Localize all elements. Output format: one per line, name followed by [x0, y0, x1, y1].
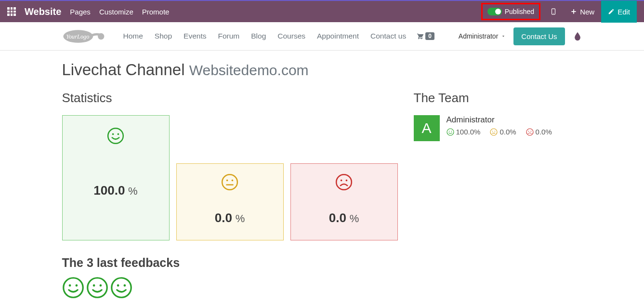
member-avatar: A [414, 115, 440, 141]
topbar-item-promote[interactable]: Promote [142, 8, 170, 16]
svg-point-17 [418, 38, 419, 39]
left-column: Statistics 100.0 % 0.0 % 0.0 % The 3 las… [62, 91, 399, 299]
admin-label: Administrator [459, 32, 498, 40]
page-title: Livechat Channel Websitedemo.com [62, 61, 582, 79]
svg-point-18 [421, 38, 422, 39]
phone-icon [550, 8, 557, 15]
secnav-right: Administrator Contact Us [459, 27, 582, 45]
main-container: Livechat Channel Websitedemo.com Statist… [55, 51, 590, 305]
stat-sad-box: 0.0 % [290, 163, 398, 240]
feedback-happy-icon [86, 277, 108, 299]
apps-grid-icon[interactable] [7, 7, 16, 16]
statistics-heading: Statistics [62, 91, 399, 106]
contact-us-button[interactable]: Contact Us [513, 27, 565, 45]
new-label: New [580, 8, 594, 16]
sad-face-icon [526, 128, 534, 136]
published-toggle[interactable] [487, 8, 502, 15]
stat-happy-value: 100.0 % [93, 183, 137, 198]
site-logo[interactable]: YourLogo [62, 28, 108, 45]
plus-icon [570, 8, 577, 15]
mobile-preview-button[interactable] [543, 0, 564, 23]
cart-button[interactable]: 0 [416, 32, 434, 40]
neutral-face-icon [221, 173, 238, 191]
team-member-row: A Administrator 100.0% 0.0% [414, 115, 582, 141]
published-label: Published [505, 8, 535, 15]
secondary-nav: YourLogo Home Shop Events Forum Blog Cou… [55, 22, 590, 50]
neutral-face-icon [490, 128, 498, 136]
edit-label: Edit [618, 8, 630, 16]
new-button[interactable]: New [564, 0, 601, 23]
theme-picker-icon[interactable] [573, 31, 582, 41]
member-name: Administrator [447, 115, 552, 125]
feedback-happy-icon [62, 277, 84, 299]
secondary-nav-wrap: YourLogo Home Shop Events Forum Blog Cou… [0, 22, 644, 51]
stat-sad-value: 0.0 % [329, 211, 359, 225]
secnav-home[interactable]: Home [118, 32, 149, 40]
contact-label: Contact Us [521, 32, 557, 40]
top-toolbar: Website Pages Customize Promote Publishe… [0, 0, 644, 22]
sad-face-icon [335, 173, 353, 191]
edit-button[interactable]: Edit [601, 0, 637, 23]
feedback-row [62, 277, 399, 299]
pencil-icon [608, 8, 615, 15]
secnav-appointment[interactable]: Appointment [311, 32, 365, 40]
topbar-item-customize[interactable]: Customize [99, 8, 133, 16]
member-info: Administrator 100.0% 0.0% 0.0% [447, 115, 552, 141]
topbar-item-pages[interactable]: Pages [70, 8, 91, 16]
cart-count: 0 [425, 32, 434, 40]
member-sad-stat: 0.0% [526, 128, 552, 136]
svg-text:YourLogo: YourLogo [66, 33, 89, 40]
admin-dropdown[interactable]: Administrator [459, 32, 506, 40]
publish-toggle-area: Published [481, 3, 541, 20]
stat-neutral-box: 0.0 % [176, 163, 284, 240]
secnav-forum[interactable]: Forum [212, 32, 245, 40]
page-title-main: Livechat Channel [62, 61, 185, 79]
cart-icon [416, 32, 423, 40]
brand-title[interactable]: Website [25, 6, 61, 17]
secnav-blog[interactable]: Blog [245, 32, 272, 40]
secnav-events[interactable]: Events [178, 32, 212, 40]
member-stats: 100.0% 0.0% 0.0% [447, 128, 552, 136]
right-column: The Team A Administrator 100.0% 0.0% [414, 91, 582, 299]
secnav-items: Home Shop Events Forum Blog Courses Appo… [118, 32, 412, 40]
stat-happy-box: 100.0 % [62, 115, 170, 240]
secnav-courses[interactable]: Courses [272, 32, 311, 40]
happy-face-icon [107, 127, 124, 145]
topbar-left: Website Pages Customize Promote [7, 6, 169, 17]
feedbacks-heading: The 3 last feedbacks [62, 256, 399, 270]
feedback-happy-icon [110, 277, 132, 299]
happy-face-icon [447, 128, 454, 136]
topbar-right: Published New Edit [481, 1, 637, 22]
content-columns: Statistics 100.0 % 0.0 % 0.0 % The 3 las… [62, 91, 582, 299]
member-neutral-stat: 0.0% [490, 128, 516, 136]
stat-neutral-value: 0.0 % [215, 211, 245, 225]
team-heading: The Team [414, 91, 582, 106]
stats-row: 100.0 % 0.0 % 0.0 % [62, 115, 399, 240]
secnav-contact[interactable]: Contact us [365, 32, 412, 40]
secnav-shop[interactable]: Shop [149, 32, 178, 40]
page-title-sub: Websitedemo.com [189, 62, 309, 78]
member-happy-stat: 100.0% [447, 128, 481, 136]
caret-down-icon [501, 34, 506, 39]
